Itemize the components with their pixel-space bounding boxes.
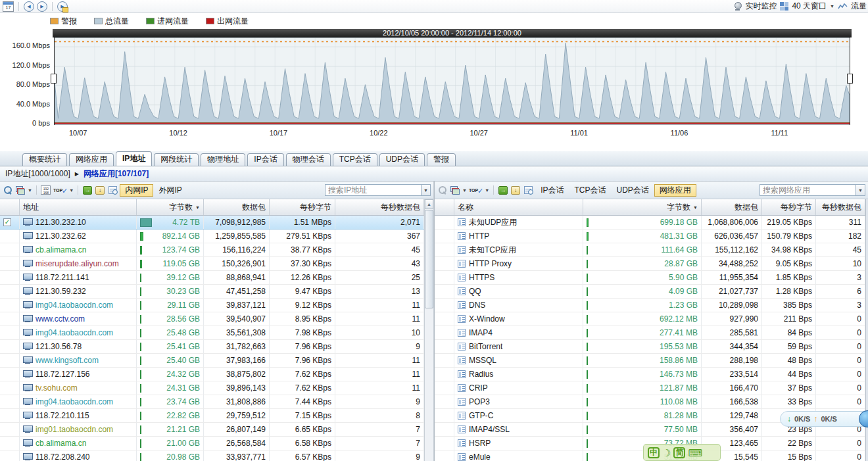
save-icon[interactable]: ↓ xyxy=(510,184,521,196)
table-row[interactable]: DNS1.23 GB10,289,098385 Bps3 xyxy=(435,299,868,312)
tab-UDP会话[interactable]: UDP会话 xyxy=(379,153,425,166)
column-header-每秒数据包[interactable]: 每秒数据包 xyxy=(816,199,865,215)
table-row[interactable]: 未知UDP应用699.18 GB1,068,806,006219.05 KBps… xyxy=(435,216,868,230)
toggle-IP会话[interactable]: IP会话 xyxy=(535,184,569,197)
table-row[interactable]: img04.taobaocdn.com23.74 GB31,808,8867.4… xyxy=(0,395,433,409)
tab-网络应用[interactable]: 网络应用 xyxy=(69,153,114,166)
column-header-地址[interactable]: 地址 xyxy=(20,199,137,215)
ime-language-toggle[interactable]: 中 xyxy=(648,447,660,458)
top-filter-dropdown-arrow[interactable]: ▼ xyxy=(485,188,489,193)
tab-网段统计[interactable]: 网段统计 xyxy=(154,153,199,166)
table-row[interactable]: 未知TCP应用111.64 GB155,112,16234.98 KBps45 xyxy=(435,243,868,257)
table-row[interactable]: www.kingsoft.com25.40 GB37,983,1667.96 K… xyxy=(0,354,433,368)
tab-概要统计[interactable]: 概要统计 xyxy=(22,153,67,166)
toggle-内网IP[interactable]: 内网IP xyxy=(120,184,153,197)
toggle-网络应用[interactable]: 网络应用 xyxy=(654,184,696,197)
table-row[interactable]: HTTP481.31 GB626,036,457150.79 KBps182 xyxy=(435,230,868,243)
table-search-icon[interactable] xyxy=(523,184,533,196)
column-header-数据包[interactable]: 数据包 xyxy=(702,199,762,215)
play-latest-button[interactable]: ▶ xyxy=(57,1,68,12)
time-window-dropdown-arrow[interactable]: ▼ xyxy=(830,4,834,9)
tab-物理地址[interactable]: 物理地址 xyxy=(201,153,245,166)
tab-IP会话[interactable]: IP会话 xyxy=(247,153,283,166)
export-icon[interactable]: → xyxy=(498,184,508,196)
range-handle-left[interactable] xyxy=(51,74,57,84)
locate-dropdown-arrow[interactable]: ▼ xyxy=(462,188,467,193)
tab-TCP会话[interactable]: TCP会话 xyxy=(333,153,377,166)
time-window-label[interactable]: 40 天窗口 xyxy=(792,1,827,12)
table-row[interactable]: ✓121.30.232.104.72 TB7,098,912,9851.51 M… xyxy=(0,216,433,230)
realtime-monitor-label[interactable]: 实时监控 xyxy=(745,1,777,12)
table-row[interactable]: 118.72.127.15624.32 GB38,875,8027.62 KBp… xyxy=(0,368,433,381)
breadcrumb-ip-address[interactable]: IP地址[1000/1000] xyxy=(5,168,70,180)
row-checkbox[interactable]: ✓ xyxy=(3,218,11,226)
export-icon[interactable]: → xyxy=(82,184,93,196)
column-header-名称[interactable]: 名称 xyxy=(454,199,583,215)
vertical-scrollbar[interactable]: ▲ xyxy=(424,199,433,461)
toggle-外网IP[interactable]: 外网IP xyxy=(153,184,187,197)
tab-警报[interactable]: 警报 xyxy=(427,153,456,166)
column-header-每秒字节[interactable]: 每秒字节 xyxy=(762,199,816,215)
table-row[interactable]: miserupdate.aliyun.com119.05 GB150,326,9… xyxy=(0,257,433,271)
column-header-数据包[interactable]: 数据包 xyxy=(204,199,270,215)
table-row[interactable]: HTTP Proxy28.87 GB34,488,2529.05 KBps10 xyxy=(435,257,868,271)
next-window-button[interactable]: ▶ xyxy=(37,1,47,12)
table-row[interactable]: img01.taobaocdn.com21.21 GB26,807,1496.6… xyxy=(0,423,433,437)
ime-status-bar[interactable]: 中 ☽ 简 ⌨ xyxy=(643,444,721,461)
table-row[interactable]: 118.72.211.14139.12 GB88,868,94112.26 KB… xyxy=(0,271,433,285)
tab-物理会话[interactable]: 物理会话 xyxy=(286,153,331,166)
table-row[interactable]: BitTorrent195.53 MB344,35459 Bps0 xyxy=(435,340,868,354)
column-header-字节数[interactable]: 字节数▼ xyxy=(583,199,702,215)
range-handle-right[interactable] xyxy=(847,74,853,84)
toggle-TCP会话[interactable]: TCP会话 xyxy=(569,184,611,197)
table-row[interactable]: www.cctv.com28.56 GB39,540,9078.95 KBps1… xyxy=(0,312,433,326)
top-filter-icon[interactable]: TOP xyxy=(53,184,67,196)
breadcrumb-network-app[interactable]: 网络应用[107/107] xyxy=(84,168,149,180)
toggle-UDP会话[interactable]: UDP会话 xyxy=(611,184,654,197)
traffic-view-label[interactable]: 流量 xyxy=(851,1,867,12)
table-row[interactable]: POP3110.08 MB166,53833 Bps0 xyxy=(435,395,868,409)
column-header-每秒数据包[interactable]: 每秒数据包 xyxy=(335,199,424,215)
calendar-icon[interactable]: 17 xyxy=(3,1,14,12)
ip-display-icon[interactable]: 192168 xyxy=(41,184,51,196)
net-speed-widget[interactable]: ↓ 0K/S ↑ 0K/S xyxy=(780,411,868,427)
locate-dropdown-arrow[interactable]: ▼ xyxy=(28,188,32,193)
search-dropdown-arrow[interactable]: ▼ xyxy=(421,184,431,196)
table-row[interactable]: 121.30.59.23230.23 GB47,451,2589.47 KBps… xyxy=(0,285,433,299)
table-row[interactable]: QQ4.09 GB21,027,7371.28 KBps6 xyxy=(435,285,868,299)
ime-keyboard-icon[interactable]: ⌨ xyxy=(688,448,702,458)
tab-IP地址[interactable]: IP地址 xyxy=(116,151,152,166)
column-header-字节数[interactable]: 字节数▼ xyxy=(137,199,204,215)
assistant-orb-icon[interactable] xyxy=(859,410,868,427)
table-row[interactable]: HTTPS5.90 GB11,955,3541.85 KBps3 xyxy=(435,271,868,285)
top-filter-icon[interactable]: TOP xyxy=(469,184,483,196)
search-app-input[interactable] xyxy=(760,184,856,196)
table-row[interactable]: 118.72.210.11522.82 GB29,759,5127.15 KBp… xyxy=(0,409,433,423)
locate-device-icon[interactable] xyxy=(15,184,26,196)
save-icon[interactable]: ↓ xyxy=(95,184,105,196)
table-row[interactable]: Radius146.73 MB233,51444 Bps0 xyxy=(435,368,868,381)
table-row[interactable]: cb.alimama.cn123.74 GB156,116,22438.77 K… xyxy=(0,243,433,257)
scroll-up-button[interactable]: ▲ xyxy=(425,199,433,209)
column-header-每秒字节[interactable]: 每秒字节 xyxy=(270,199,335,215)
locate-device-icon[interactable] xyxy=(450,184,460,196)
search-icon[interactable] xyxy=(3,184,13,196)
ime-moon-icon[interactable]: ☽ xyxy=(662,448,671,458)
top-filter-dropdown-arrow[interactable]: ▼ xyxy=(69,188,74,193)
table-row[interactable]: 121.30.56.7825.41 GB31,782,6637.96 KBps9 xyxy=(0,340,433,354)
table-row[interactable]: img04.taobaocdn.com25.48 GB35,561,3087.9… xyxy=(0,326,433,340)
table-row[interactable]: 121.30.232.62892.14 GB1,259,855,585279.5… xyxy=(0,230,433,243)
table-row[interactable]: 118.72.208.24020.98 GB33,937,7716.57 KBp… xyxy=(0,450,433,461)
ime-simplified-toggle[interactable]: 简 xyxy=(673,447,685,458)
table-row[interactable]: X-Window692.12 MB927,990211 Bps0 xyxy=(435,312,868,326)
table-row[interactable]: IMAP4277.41 MB285,58184 Bps0 xyxy=(435,326,868,340)
table-row[interactable]: tv.sohu.com24.31 GB39,896,1437.62 KBps11 xyxy=(0,381,433,395)
table-row[interactable]: cb.alimama.cn21.00 GB26,568,5846.58 KBps… xyxy=(0,437,433,450)
search-ip-input[interactable] xyxy=(325,184,421,196)
prev-window-button[interactable]: ◀ xyxy=(24,1,34,12)
scroll-thumb[interactable] xyxy=(425,210,433,308)
table-row[interactable]: MSSQL158.86 MB288,19848 Bps0 xyxy=(435,354,868,368)
search-dropdown-arrow[interactable]: ▼ xyxy=(856,184,865,196)
table-search-icon[interactable] xyxy=(107,184,118,196)
table-row[interactable]: CRIP121.87 MB166,47037 Bps0 xyxy=(435,381,868,395)
